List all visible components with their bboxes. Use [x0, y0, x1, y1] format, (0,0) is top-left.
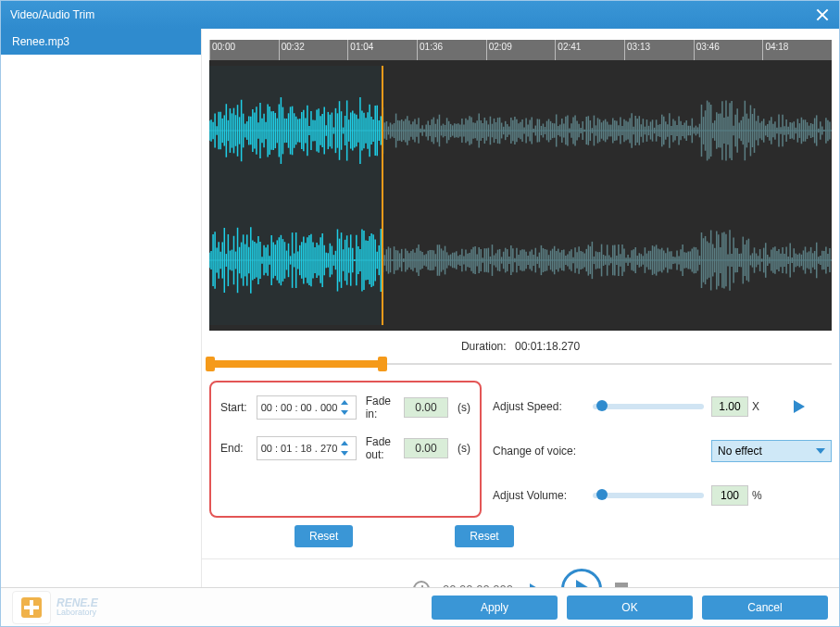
- spinner-icon[interactable]: [339, 398, 352, 417]
- voice-dropdown[interactable]: No effect: [711, 440, 832, 462]
- reset-trim-button[interactable]: Reset: [295, 525, 353, 547]
- volume-label: Adjust Volume:: [493, 489, 585, 502]
- trim-range: [209, 360, 383, 368]
- adjust-grid: Adjust Speed: 1.00 X Change of voice: No…: [493, 381, 832, 518]
- waveform-channel-left: [209, 69, 832, 192]
- close-icon[interactable]: [815, 7, 830, 22]
- fadeout-label: Fade out:: [366, 435, 395, 461]
- preview-speed-icon[interactable]: [794, 400, 805, 413]
- fadeout-input[interactable]: [404, 438, 448, 458]
- main-panel: 00:00 00:32 01:04 01:36 02:09 02:41 03:1…: [202, 29, 839, 588]
- body: Renee.mp3 00:00 00:32 01:04 01:36 02:09 …: [1, 29, 839, 588]
- volume-value[interactable]: 100: [711, 485, 748, 506]
- chevron-down-icon: [816, 448, 825, 454]
- spinner-icon[interactable]: [339, 439, 352, 458]
- reset-fade-button[interactable]: Reset: [455, 525, 513, 547]
- titlebar: Video/Audio Trim: [1, 1, 839, 29]
- timeline-ruler[interactable]: 00:00 00:32 01:04 01:36 02:09 02:41 03:1…: [209, 40, 832, 60]
- fadein-input[interactable]: [404, 397, 448, 418]
- start-time-input[interactable]: 00 : 00 : 00 . 000: [257, 395, 357, 420]
- sidebar: Renee.mp3: [1, 29, 202, 588]
- seconds-unit: (s): [458, 401, 470, 414]
- end-time-input[interactable]: 00 : 01 : 18 . 270: [257, 436, 357, 460]
- waveform-area[interactable]: [209, 60, 832, 331]
- start-label: Start:: [220, 401, 247, 414]
- window: Video/Audio Trim Renee.mp3 00:00 00:32 0…: [0, 0, 840, 627]
- sidebar-item-file[interactable]: Renee.mp3: [1, 29, 201, 55]
- ok-button[interactable]: OK: [567, 596, 693, 620]
- trim-range-bar[interactable]: [209, 357, 832, 371]
- window-title: Video/Audio Trim: [10, 8, 815, 21]
- apply-button[interactable]: Apply: [432, 596, 558, 620]
- speed-slider[interactable]: [593, 404, 704, 409]
- trim-handle-end[interactable]: [378, 357, 387, 371]
- controls-row: Start: 00 : 00 : 00 . 000 End: 00 : 01 :…: [202, 381, 839, 518]
- voice-label: Change of voice:: [493, 445, 585, 458]
- duration-display: Duration: 00:01:18.270: [202, 331, 839, 353]
- waveform-channel-right: [209, 199, 832, 321]
- reset-row: Reset Reset: [202, 518, 839, 553]
- speed-value[interactable]: 1.00: [711, 396, 748, 417]
- trim-settings-box: Start: 00 : 00 : 00 . 000 End: 00 : 01 :…: [209, 381, 482, 518]
- cancel-button[interactable]: Cancel: [702, 596, 828, 620]
- brand-logo-icon: [12, 591, 51, 624]
- ruler-ticks: 00:00 00:32 01:04 01:36 02:09 02:41 03:1…: [209, 40, 832, 60]
- duration-value: 00:01:18.270: [515, 340, 580, 353]
- end-label: End:: [220, 442, 247, 455]
- footer: RENE.E Laboratory Apply OK Cancel: [1, 587, 839, 626]
- brand-text: RENE.E Laboratory: [56, 597, 98, 617]
- speed-label: Adjust Speed:: [493, 400, 585, 413]
- seconds-unit: (s): [458, 442, 470, 455]
- volume-slider[interactable]: [593, 493, 704, 498]
- fadein-label: Fade in:: [366, 395, 395, 420]
- sidebar-item-label: Renee.mp3: [12, 35, 69, 48]
- duration-label: Duration:: [461, 340, 507, 353]
- trim-handle-start[interactable]: [206, 357, 215, 371]
